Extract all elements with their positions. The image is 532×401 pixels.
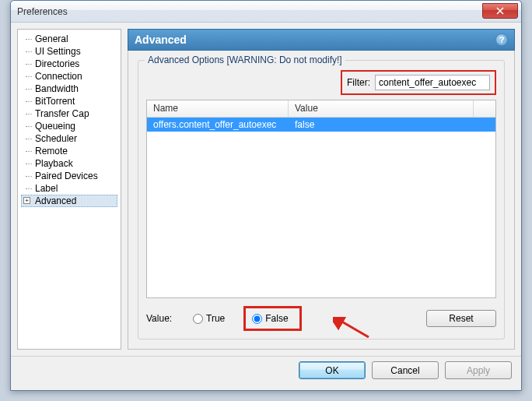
annotation-arrow-icon — [333, 317, 372, 343]
sidebar: General UI Settings Directories Connecti… — [17, 29, 121, 350]
sidebar-item-connection[interactable]: Connection — [21, 70, 117, 83]
sidebar-item-general[interactable]: General — [21, 33, 117, 45]
sidebar-item-bandwidth[interactable]: Bandwidth — [21, 83, 117, 95]
cancel-button[interactable]: Cancel — [372, 361, 439, 379]
sidebar-item-label: BitTorrent — [35, 96, 75, 107]
window-title: Preferences — [17, 6, 68, 17]
sidebar-item-label: UI Settings — [35, 46, 81, 57]
content-area: General UI Settings Directories Connecti… — [11, 23, 521, 356]
filter-input[interactable] — [375, 75, 490, 90]
help-icon[interactable]: ? — [495, 33, 508, 46]
sidebar-item-label: Directories — [35, 58, 79, 69]
sidebar-item-remote[interactable]: Remote — [21, 145, 117, 157]
group-label: Advanced Options [WARNING: Do not modify… — [145, 55, 345, 65]
filter-label: Filter: — [347, 77, 370, 88]
sidebar-item-label: Scheduler — [35, 133, 77, 144]
col-name[interactable]: Name — [147, 100, 289, 117]
sidebar-item-label: Playback — [35, 158, 73, 169]
sidebar-item-advanced[interactable]: +Advanced — [21, 195, 117, 207]
col-extra — [474, 100, 495, 117]
close-button[interactable] — [482, 3, 518, 19]
radio-false-highlight: False — [243, 306, 301, 331]
main-panel: Advanced ? Advanced Options [WARNING: Do… — [128, 29, 515, 350]
cell-value: false — [289, 119, 495, 130]
radio-true-label: True — [206, 313, 225, 324]
radio-false[interactable]: False — [252, 313, 288, 324]
radio-false-input[interactable] — [252, 314, 262, 324]
sidebar-item-label: Label — [35, 183, 58, 194]
col-value[interactable]: Value — [289, 100, 474, 117]
sidebar-item-queueing[interactable]: Queueing — [21, 120, 117, 132]
sidebar-item-directories[interactable]: Directories — [21, 58, 117, 70]
sidebar-item-playback[interactable]: Playback — [21, 157, 117, 170]
sidebar-item-label[interactable]: Label — [21, 182, 117, 195]
filter-highlight: Filter: — [341, 70, 496, 95]
table-body[interactable]: offers.content_offer_autoexec false — [147, 118, 495, 297]
sidebar-item-label: Transfer Cap — [35, 108, 89, 119]
sidebar-item-label: Connection — [35, 71, 82, 82]
radio-true-input[interactable] — [193, 314, 203, 324]
cell-name: offers.content_offer_autoexec — [147, 119, 289, 130]
table-header: Name Value — [147, 100, 495, 118]
svg-line-0 — [339, 320, 369, 337]
table-row[interactable]: offers.content_offer_autoexec false — [147, 118, 495, 132]
radio-true[interactable]: True — [193, 313, 225, 324]
close-icon — [496, 7, 504, 15]
sidebar-item-label: General — [35, 33, 68, 44]
sidebar-item-label: Advanced — [35, 195, 76, 206]
section-title: Advanced — [135, 33, 187, 46]
sidebar-item-label: Bandwidth — [35, 83, 79, 94]
options-table: Name Value offers.content_offer_autoexec… — [146, 100, 496, 298]
sidebar-item-bittorrent[interactable]: BitTorrent — [21, 95, 117, 107]
sidebar-item-transfer-cap[interactable]: Transfer Cap — [21, 107, 117, 120]
expand-icon[interactable]: + — [23, 197, 30, 204]
value-editor-row: Value: True False Reset — [146, 306, 496, 331]
filter-row: Filter: — [146, 70, 496, 95]
sidebar-item-scheduler[interactable]: Scheduler — [21, 132, 117, 145]
ok-button[interactable]: OK — [299, 361, 366, 379]
sidebar-item-label: Queueing — [35, 121, 75, 132]
panel-body: Advanced Options [WARNING: Do not modify… — [128, 51, 515, 350]
value-label: Value: — [146, 313, 187, 324]
reset-button[interactable]: Reset — [426, 310, 496, 327]
section-header: Advanced ? — [128, 29, 515, 51]
sidebar-item-ui-settings[interactable]: UI Settings — [21, 45, 117, 58]
advanced-options-group: Advanced Options [WARNING: Do not modify… — [138, 60, 505, 339]
preferences-window: Preferences General UI Settings Director… — [10, 0, 522, 391]
radio-false-label: False — [265, 313, 288, 324]
apply-button[interactable]: Apply — [445, 361, 512, 379]
sidebar-item-paired-devices[interactable]: Paired Devices — [21, 170, 117, 182]
button-bar: OK Cancel Apply — [11, 356, 521, 384]
titlebar[interactable]: Preferences — [11, 1, 521, 23]
sidebar-item-label: Paired Devices — [35, 171, 98, 181]
sidebar-item-label: Remote — [35, 146, 68, 157]
